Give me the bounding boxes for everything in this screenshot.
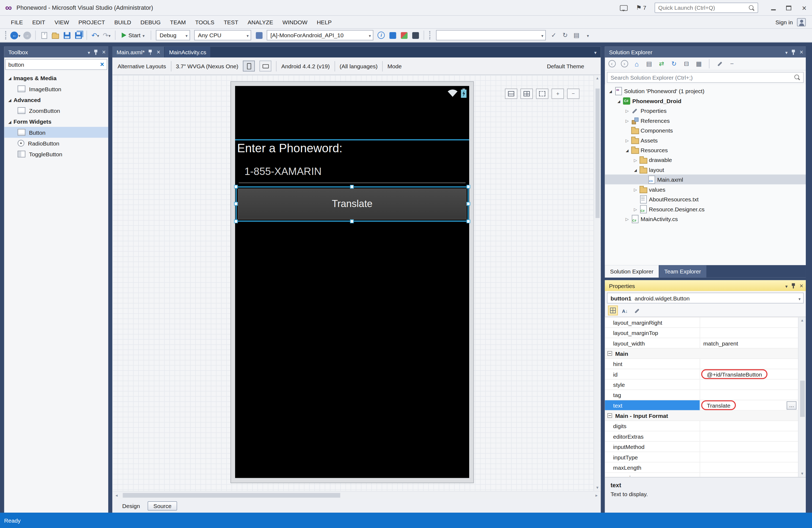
property-name[interactable]: editorExtras bbox=[605, 431, 700, 441]
device-screen[interactable]: Enter a Phoneword: 1-855-XAMARIN Transla… bbox=[235, 86, 469, 478]
scroll-right-icon[interactable]: ► bbox=[593, 493, 601, 497]
scroll-down-icon[interactable]: ▼ bbox=[595, 485, 599, 491]
horizontal-scrollbar[interactable]: ◄ ► bbox=[112, 491, 600, 499]
property-name[interactable]: id bbox=[605, 369, 700, 379]
property-value[interactable] bbox=[700, 359, 798, 368]
property-row-style[interactable]: style bbox=[605, 380, 798, 390]
tree-item-layout[interactable]: layout bbox=[605, 165, 806, 174]
resize-handle[interactable] bbox=[466, 219, 470, 223]
solution-explorer-header[interactable]: Solution Explorer bbox=[605, 47, 806, 58]
tree-item-resources[interactable]: Resources bbox=[605, 145, 806, 155]
pin-icon[interactable] bbox=[791, 49, 796, 55]
property-name[interactable]: layout_width bbox=[605, 338, 700, 348]
close-icon[interactable] bbox=[157, 49, 160, 55]
vertical-scrollbar[interactable]: ▲ ▼ bbox=[798, 318, 806, 477]
user-avatar-icon[interactable] bbox=[797, 18, 806, 26]
vertical-scrollbar[interactable]: ▲ ▼ bbox=[593, 75, 600, 491]
team-explorer-tab[interactable]: Team Explorer bbox=[659, 265, 706, 278]
forward-button[interactable]: › bbox=[620, 59, 629, 68]
open-file-button[interactable] bbox=[50, 30, 60, 40]
configuration-dropdown[interactable]: Debug bbox=[156, 30, 190, 40]
tree-item-resource-designer[interactable]: Resource.Designer.cs bbox=[605, 204, 806, 214]
property-value[interactable]: Translate bbox=[700, 400, 798, 410]
landscape-orientation-button[interactable] bbox=[260, 60, 272, 71]
close-icon[interactable] bbox=[102, 49, 105, 55]
device-manager-button[interactable] bbox=[387, 30, 397, 40]
start-debug-button[interactable]: Start bbox=[118, 31, 148, 40]
property-value[interactable] bbox=[700, 473, 798, 477]
property-name[interactable]: maxLength bbox=[605, 463, 700, 472]
toolbar-grip[interactable] bbox=[430, 31, 432, 40]
edittext-phoneword[interactable]: 1-855-XAMARIN bbox=[244, 166, 321, 178]
resize-handle[interactable] bbox=[234, 202, 237, 205]
scrollbar-thumb[interactable] bbox=[123, 493, 340, 497]
tree-item-components[interactable]: Components bbox=[605, 125, 806, 135]
mode-selector[interactable]: Mode bbox=[387, 63, 402, 69]
window-position-icon[interactable] bbox=[88, 49, 90, 55]
scroll-up-icon[interactable]: ▲ bbox=[595, 75, 599, 81]
toolbox-search-input[interactable]: button bbox=[5, 59, 107, 70]
minus-icon[interactable] bbox=[727, 59, 736, 68]
sync-with-active-document-icon[interactable] bbox=[657, 59, 666, 68]
category-name[interactable]: Main - Input Format bbox=[605, 411, 798, 420]
tree-item-references[interactable]: References bbox=[605, 116, 806, 125]
device-target-dropdown[interactable]: [A]-MonoForAndroid_API_10 bbox=[267, 30, 373, 40]
menu-tools[interactable]: TOOLS bbox=[191, 17, 219, 27]
expander-icon[interactable] bbox=[624, 137, 631, 143]
sdk-manager-button[interactable] bbox=[399, 30, 409, 40]
feedback-icon[interactable] bbox=[620, 5, 628, 11]
device-selector[interactable]: 3.7" WVGA (Nexus One) bbox=[176, 63, 238, 69]
menu-project[interactable]: PROJECT bbox=[74, 17, 110, 27]
notifications-button[interactable]: 7 bbox=[636, 4, 646, 11]
pin-icon[interactable] bbox=[148, 49, 153, 55]
expander-icon[interactable] bbox=[624, 117, 631, 123]
expander-icon[interactable] bbox=[624, 216, 631, 222]
toolbox-item-button[interactable]: Button bbox=[4, 127, 108, 138]
property-value[interactable]: @+id/TranslateButton bbox=[700, 369, 798, 379]
property-value[interactable] bbox=[700, 390, 798, 400]
tab-mainactivity-cs[interactable]: MainActivity.cs bbox=[165, 47, 211, 58]
property-name[interactable]: inputMethod bbox=[605, 442, 700, 451]
portrait-orientation-button[interactable] bbox=[243, 60, 255, 71]
clear-search-icon[interactable] bbox=[100, 61, 104, 68]
menu-analyze[interactable]: ANALYZE bbox=[243, 17, 278, 27]
property-value[interactable] bbox=[700, 328, 798, 337]
home-icon[interactable] bbox=[632, 59, 641, 68]
property-name[interactable]: numeric bbox=[605, 473, 700, 477]
source-view-tab[interactable]: Source bbox=[148, 501, 177, 511]
expander-icon[interactable] bbox=[632, 187, 639, 192]
close-icon[interactable] bbox=[800, 49, 803, 55]
property-value[interactable] bbox=[700, 318, 798, 327]
document-well-dropdown-icon[interactable] bbox=[594, 49, 600, 55]
check-button[interactable]: ✓ bbox=[549, 30, 559, 40]
collapse-all-icon[interactable] bbox=[682, 59, 691, 68]
toolbox-item-togglebutton[interactable]: ToggleButton bbox=[4, 149, 108, 160]
property-value[interactable] bbox=[700, 380, 798, 389]
scrollbar-thumb[interactable] bbox=[595, 89, 599, 218]
property-value[interactable] bbox=[700, 452, 798, 462]
toolbox-item-imagebutton[interactable]: ImageButton bbox=[4, 84, 108, 94]
expander-icon[interactable] bbox=[6, 118, 14, 124]
property-row-maxlength[interactable]: maxLength bbox=[605, 463, 798, 473]
language-selector[interactable]: (All languages) bbox=[339, 63, 378, 69]
property-name[interactable]: style bbox=[605, 380, 700, 389]
back-button[interactable]: ‹ bbox=[607, 59, 616, 68]
toolbox-item-zoombutton[interactable]: ZoomButton bbox=[4, 105, 108, 116]
property-row-digits[interactable]: digits bbox=[605, 421, 798, 431]
menu-window[interactable]: WINDOW bbox=[278, 17, 312, 27]
properties-header[interactable]: Properties bbox=[605, 280, 806, 291]
device-log-button[interactable] bbox=[410, 30, 421, 40]
alphabetical-sort-button[interactable] bbox=[620, 306, 629, 315]
resize-handle[interactable] bbox=[350, 219, 354, 223]
property-row-inputmethod[interactable]: inputMethod bbox=[605, 442, 798, 452]
resize-handle[interactable] bbox=[466, 202, 470, 205]
find-combo[interactable] bbox=[436, 30, 546, 40]
scroll-down-icon[interactable]: ▼ bbox=[800, 471, 804, 477]
tree-item-project[interactable]: Phoneword_Droid bbox=[605, 96, 806, 105]
alternative-layouts-button[interactable]: Alternative Layouts bbox=[117, 63, 166, 69]
expander-icon[interactable] bbox=[632, 157, 639, 162]
platform-dropdown[interactable]: Any CPU bbox=[194, 30, 251, 40]
textview-enter-phoneword[interactable]: Enter a Phoneword: bbox=[237, 142, 343, 156]
property-value[interactable] bbox=[700, 442, 798, 451]
window-position-icon[interactable] bbox=[785, 282, 788, 289]
